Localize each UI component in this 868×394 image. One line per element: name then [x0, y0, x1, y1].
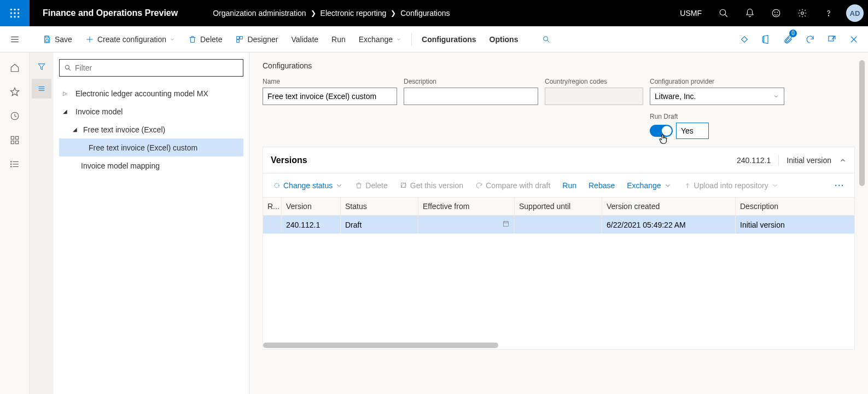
- filter-rail-button[interactable]: [32, 57, 51, 77]
- inner-rail: [30, 53, 54, 394]
- upload-button[interactable]: Upload into repository: [679, 181, 783, 190]
- svg-point-15: [828, 15, 829, 16]
- close-icon: [849, 34, 859, 44]
- col-status[interactable]: Status: [341, 198, 418, 215]
- app-launcher[interactable]: [0, 0, 30, 26]
- cell-effective[interactable]: [418, 216, 515, 234]
- user-avatar[interactable]: AD: [846, 4, 864, 22]
- calendar-icon[interactable]: [502, 220, 510, 229]
- svg-rect-36: [15, 136, 18, 139]
- compare-button[interactable]: Compare with draft: [471, 181, 555, 190]
- grid-row-selected[interactable]: 240.112.1 Draft 6/22/2021 05:49:22 AM In…: [263, 216, 854, 234]
- search-button[interactable]: [710, 0, 737, 26]
- description-field: Description: [404, 78, 538, 105]
- breadcrumb-item[interactable]: Configurations: [400, 9, 450, 18]
- tree-item[interactable]: ▷ Electronic ledger accounting model MX: [59, 84, 243, 102]
- close-button[interactable]: [844, 26, 864, 53]
- recent-nav[interactable]: [4, 105, 26, 127]
- version-exchange-button[interactable]: Exchange: [622, 181, 675, 190]
- validate-button[interactable]: Validate: [285, 26, 325, 53]
- row-selector[interactable]: [263, 216, 282, 234]
- vertical-scrollbar[interactable]: [859, 60, 865, 383]
- workspaces-nav[interactable]: [4, 129, 26, 151]
- col-description[interactable]: Description: [736, 198, 854, 215]
- country-input: [545, 88, 643, 105]
- chevron-up-icon[interactable]: [839, 157, 847, 164]
- breadcrumb-item[interactable]: Organization administration: [213, 9, 306, 18]
- home-nav[interactable]: [4, 57, 26, 79]
- refresh-button[interactable]: [800, 26, 820, 53]
- expand-icon[interactable]: ▷: [61, 90, 69, 96]
- tree-item[interactable]: ◢ Free text invoice (Excel): [59, 120, 243, 138]
- version-delete-button[interactable]: Delete: [351, 181, 392, 190]
- rundraft-toggle[interactable]: [650, 125, 673, 137]
- svg-rect-38: [15, 141, 18, 144]
- designer-button[interactable]: Designer: [229, 26, 284, 53]
- list-rail-button[interactable]: [32, 79, 51, 99]
- settings-button[interactable]: [789, 0, 815, 26]
- scrollbar-thumb[interactable]: [263, 343, 498, 348]
- company-code[interactable]: USMF: [671, 9, 710, 18]
- lines-icon: [37, 84, 46, 93]
- pin-button[interactable]: [735, 26, 754, 53]
- popout-button[interactable]: [822, 26, 842, 53]
- col-created[interactable]: Version created: [602, 198, 736, 215]
- help-button[interactable]: [815, 0, 842, 26]
- options-tab[interactable]: Options: [483, 26, 525, 53]
- run-button[interactable]: Run: [325, 26, 352, 53]
- funnel-icon: [37, 62, 46, 71]
- more-button[interactable]: ···: [830, 181, 849, 190]
- rebase-button[interactable]: Rebase: [584, 181, 619, 190]
- collapse-icon[interactable]: ◢: [71, 126, 79, 132]
- name-input[interactable]: [263, 88, 397, 105]
- col-version[interactable]: Version: [282, 198, 341, 215]
- notifications-button[interactable]: [737, 0, 763, 26]
- svg-point-43: [10, 164, 11, 165]
- tree-filter[interactable]: [59, 59, 243, 77]
- provider-select[interactable]: Litware, Inc.: [650, 88, 784, 105]
- create-config-button[interactable]: Create configuration: [79, 26, 182, 53]
- svg-point-44: [10, 166, 11, 167]
- compare-icon: [475, 182, 483, 189]
- tree-item[interactable]: Invoice model mapping: [59, 157, 243, 175]
- gear-icon: [797, 8, 807, 18]
- cell-description: Initial version: [736, 216, 854, 234]
- provider-label: Configuration provider: [650, 78, 784, 85]
- chevron-down-icon: [664, 182, 672, 189]
- configurations-label: Configurations: [422, 35, 476, 44]
- feedback-button[interactable]: [763, 0, 789, 26]
- svg-point-42: [10, 161, 11, 163]
- favorites-nav[interactable]: [4, 81, 26, 103]
- col-effective[interactable]: Effective from: [418, 198, 515, 215]
- office-button[interactable]: [756, 26, 776, 53]
- version-run-button[interactable]: Run: [558, 181, 581, 190]
- find-button[interactable]: [535, 26, 557, 53]
- delete-button[interactable]: Delete: [182, 26, 229, 53]
- left-nav-rail: [0, 53, 30, 394]
- nav-toggle[interactable]: [0, 26, 30, 53]
- breadcrumb-item[interactable]: Electronic reporting: [321, 9, 387, 18]
- col-select[interactable]: R...: [263, 198, 282, 215]
- svg-point-11: [772, 9, 780, 17]
- tree-item-selected[interactable]: Free text invoice (Excel) custom: [59, 138, 243, 157]
- horizontal-scrollbar[interactable]: [263, 341, 854, 349]
- get-version-button[interactable]: Get this version: [395, 181, 468, 190]
- description-input[interactable]: [404, 88, 538, 105]
- hamburger-icon: [10, 34, 20, 44]
- configurations-tab[interactable]: Configurations: [415, 26, 483, 53]
- run-label: Run: [331, 35, 346, 44]
- scrollbar-thumb[interactable]: [859, 60, 865, 186]
- change-status-label: Change status: [283, 181, 333, 190]
- top-bar: Finance and Operations Preview Organizat…: [0, 0, 868, 26]
- cell-status: Draft: [341, 216, 418, 234]
- tree-item[interactable]: ◢ Invoice model: [59, 102, 243, 120]
- save-button[interactable]: Save: [36, 26, 79, 53]
- change-status-button[interactable]: Change status: [269, 181, 347, 190]
- country-label: Country/region codes: [545, 78, 643, 85]
- col-supported[interactable]: Supported until: [515, 198, 602, 215]
- tree-filter-input[interactable]: [75, 63, 238, 72]
- exchange-button[interactable]: Exchange: [352, 26, 408, 53]
- collapse-icon[interactable]: ◢: [61, 108, 69, 114]
- attachments-button[interactable]: 0: [778, 26, 798, 53]
- modules-nav[interactable]: [4, 153, 26, 175]
